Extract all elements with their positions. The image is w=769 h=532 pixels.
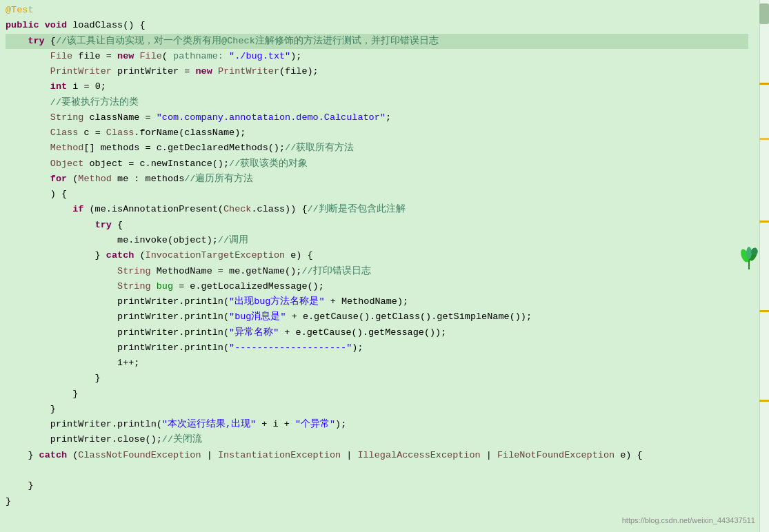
line-31 [6,463,748,478]
line-9: Class c = Class.forName(className); [6,125,748,141]
scrollbar-marker-5 [759,400,769,402]
line-30: } catch (ClassNotFoundException | Instan… [6,448,748,463]
line-11: Object object = c.newInstance();//获取该类的对… [6,156,748,172]
scrollbar-track[interactable] [759,0,769,532]
scrollbar-thumb[interactable] [759,3,769,24]
line-2: public void loadClass() { [6,18,748,33]
line-20: printWriter.println("出现bug方法名称是" + Metho… [6,294,748,309]
line-4: File file = new File( pathname: "./bug.t… [6,49,748,64]
line-16: me.invoke(object);//调用 [6,233,748,248]
line-10: Method[] methods = c.getDeclaredMethods(… [6,141,748,156]
line-5: PrintWriter printWriter = new PrintWrite… [6,64,748,79]
line-32: } [6,478,748,493]
svg-point-4 [751,248,758,255]
line-15: try { [6,218,748,233]
line-29: printWriter.close();//关闭流 [6,432,748,447]
line-22: printWriter.println("异常名称" + e.getCause(… [6,325,748,340]
line-25: } [6,371,748,386]
line-7: //要被执行方法的类 [6,95,748,110]
code-editor[interactable]: @Test public void loadClass() { try {//该… [0,0,748,532]
line-24: i++; [6,356,748,371]
scrollbar-marker-1 [759,83,769,85]
watermark: https://blog.csdn.net/weixin_443437511 [622,514,755,526]
line-19: String bug = e.getLocalizedMessage(); [6,279,748,294]
line-28: printWriter.println("本次运行结果,出现" + i + "个… [6,417,748,432]
line-8: String className = "com.company.annotata… [6,110,748,125]
line-27: } [6,402,748,417]
line-18: String MethodName = me.getName();//打印错误日… [6,264,748,279]
scrollbar-marker-4 [759,310,769,312]
line-1: @Test [6,3,748,18]
line-26: } [6,387,748,402]
svg-point-3 [746,247,752,259]
scrollbar-marker-3 [759,221,769,223]
line-12: for (Method me : methods//遍历所有方法 [6,172,748,187]
line-33: } [6,494,748,509]
line-3: try {//该工具让自动实现，对一个类所有用@Check注解修饰的方法进行测试… [6,34,748,49]
line-23: printWriter.println("-------------------… [6,340,748,356]
line-21: printWriter.println("bug消息是" + e.getCaus… [6,309,748,325]
line-14: if (me.isAnnotationPresent(Check.class))… [6,202,748,217]
plant-decoration-icon [739,245,759,269]
scrollbar-marker-2 [759,138,769,140]
line-17: } catch (InvocationTargetException e) { [6,248,748,263]
line-13: ) { [6,187,748,202]
line-6: int i = 0; [6,79,748,94]
